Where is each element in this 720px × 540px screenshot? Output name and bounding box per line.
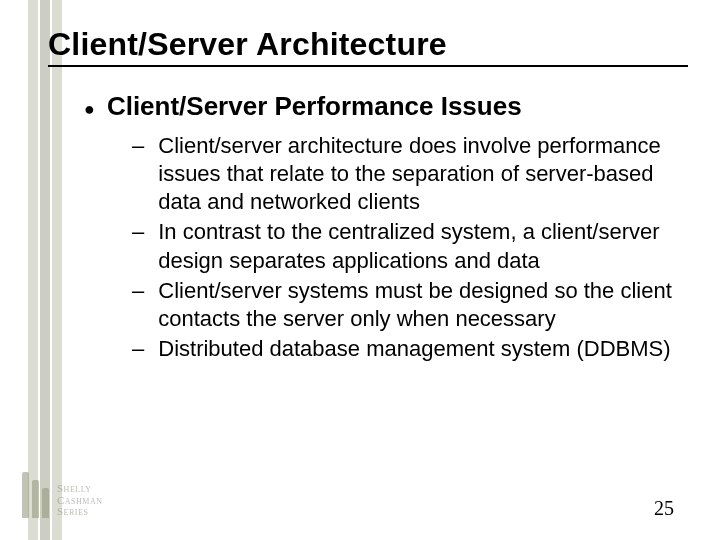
dash-icon: – xyxy=(132,218,144,274)
content-area: ● Client/Server Performance Issues – Cli… xyxy=(48,91,680,363)
list-item: – Distributed database management system… xyxy=(132,335,680,363)
list-item: – Client/server systems must be designed… xyxy=(132,277,680,333)
dash-icon: – xyxy=(132,132,144,216)
list-item-text: Distributed database management system (… xyxy=(158,335,680,363)
bullet-heading: Client/Server Performance Issues xyxy=(107,91,522,122)
brand-bars-icon xyxy=(22,472,49,518)
list-item-text: Client/server systems must be designed s… xyxy=(158,277,680,333)
slide-title: Client/Server Architecture xyxy=(48,26,680,63)
list-item-text: In contrast to the centralized system, a… xyxy=(158,218,680,274)
sub-bullet-list: – Client/server architecture does involv… xyxy=(84,132,680,363)
title-underline xyxy=(48,65,688,67)
list-item: – Client/server architecture does involv… xyxy=(132,132,680,216)
dash-icon: – xyxy=(132,335,144,363)
list-item: – In contrast to the centralized system,… xyxy=(132,218,680,274)
bullet-dot-icon: ● xyxy=(84,96,95,122)
dash-icon: – xyxy=(132,277,144,333)
brand-logo: Shelly Cashman Series xyxy=(22,472,103,518)
brand-text: Shelly Cashman Series xyxy=(57,483,103,518)
list-item-text: Client/server architecture does involve … xyxy=(158,132,680,216)
slide-container: Client/Server Architecture ● Client/Serv… xyxy=(0,0,720,540)
page-number: 25 xyxy=(654,497,674,520)
brand-line: Series xyxy=(57,506,103,518)
top-bullet: ● Client/Server Performance Issues xyxy=(84,91,680,122)
